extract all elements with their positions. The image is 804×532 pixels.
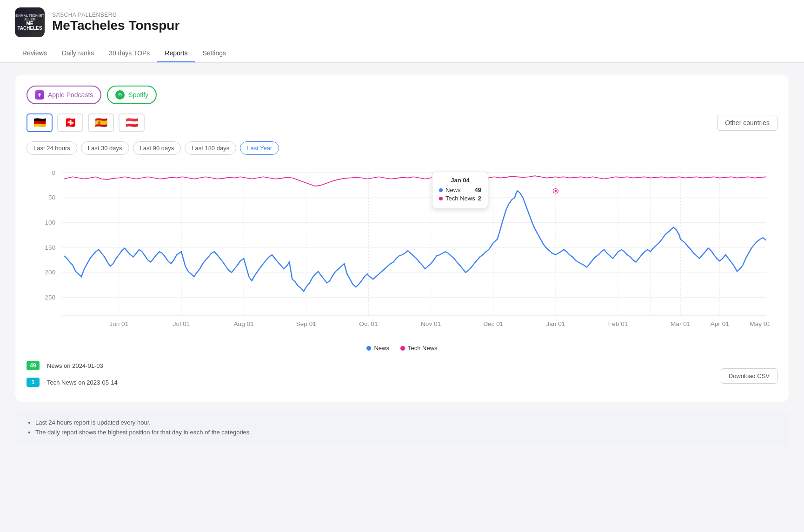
- svg-text:Mar 01: Mar 01: [671, 321, 690, 327]
- legend-news-dot: [366, 346, 371, 351]
- tech-stat-row: 1 Tech News on 2023-05-14: [27, 378, 721, 387]
- news-stat-row: 49 News on 2024-01-03: [27, 361, 721, 370]
- time-90d[interactable]: Last 90 days: [133, 141, 181, 155]
- news-line: [64, 191, 766, 291]
- svg-text:Feb 01: Feb 01: [608, 321, 628, 327]
- nav-daily-ranks[interactable]: Daily ranks: [54, 45, 101, 62]
- apple-podcasts-button[interactable]: Apple Podcasts: [27, 86, 101, 104]
- info-item-2: The daily report shows the highest posit…: [35, 429, 778, 436]
- svg-text:Jul 01: Jul 01: [173, 321, 190, 327]
- podcast-avatar: EINMAL TECH MIT ALLEM METACHELES: [15, 7, 45, 37]
- podcast-titles: SASCHA PALLENBERG MeTacheles Tonspur: [52, 12, 179, 33]
- svg-text:150: 150: [45, 244, 55, 251]
- info-list: Last 24 hours report is updated every ho…: [26, 419, 778, 436]
- svg-text:100: 100: [45, 219, 55, 226]
- chart-container: Jan 04 News 49 Tech News 2: [27, 162, 777, 339]
- avatar-logo: METACHELES: [17, 21, 42, 31]
- svg-point-1: [39, 93, 41, 96]
- nav-settings[interactable]: Settings: [195, 45, 233, 62]
- stats-list: 49 News on 2024-01-03 1 Tech News on 202…: [27, 361, 721, 391]
- svg-text:Dec 01: Dec 01: [483, 321, 503, 327]
- apple-podcasts-label: Apple Podcasts: [48, 91, 93, 99]
- stats-section: 49 News on 2024-01-03 1 Tech News on 202…: [27, 361, 777, 391]
- chart-legend: News Tech News: [27, 345, 777, 352]
- podcast-author: SASCHA PALLENBERG: [52, 12, 179, 18]
- svg-text:Nov 01: Nov 01: [421, 321, 441, 327]
- tech-news-line: [64, 176, 766, 186]
- legend-news-label: News: [374, 345, 389, 352]
- flag-germany[interactable]: 🇩🇪: [27, 113, 53, 132]
- svg-text:May 01: May 01: [750, 321, 771, 327]
- svg-text:Jun 01: Jun 01: [109, 321, 128, 327]
- svg-text:200: 200: [45, 269, 55, 276]
- time-period-buttons: Last 24 hours Last 30 days Last 90 days …: [27, 141, 777, 155]
- time-24h[interactable]: Last 24 hours: [27, 141, 77, 155]
- nav-reports[interactable]: Reports: [157, 45, 195, 62]
- svg-text:Sep 01: Sep 01: [296, 321, 316, 327]
- main-content: Apple Podcasts Spotify 🇩🇪 🇨🇭: [0, 63, 804, 457]
- news-stat-text: News on 2024-01-03: [47, 362, 103, 369]
- svg-text:250: 250: [45, 294, 55, 301]
- news-badge: 49: [27, 361, 40, 370]
- spotify-label: Spotify: [128, 91, 148, 99]
- spotify-icon: [115, 90, 125, 100]
- nav-30-days[interactable]: 30 days TOPs: [101, 45, 157, 62]
- time-180d[interactable]: Last 180 days: [185, 141, 236, 155]
- flag-switzerland[interactable]: 🇨🇭: [57, 113, 83, 132]
- legend-news: News: [366, 345, 389, 352]
- svg-rect-2: [39, 95, 40, 97]
- flag-austria[interactable]: 🇦🇹: [119, 113, 145, 132]
- info-item-1: Last 24 hours report is updated every ho…: [35, 419, 778, 426]
- chart-svg: 0 50 100 150 200 250: [27, 162, 777, 339]
- download-csv-button[interactable]: Download CSV: [721, 368, 777, 384]
- time-last-year[interactable]: Last Year: [240, 141, 279, 155]
- reports-card: Apple Podcasts Spotify 🇩🇪 🇨🇭: [15, 74, 789, 402]
- podcast-info: EINMAL TECH MIT ALLEM METACHELES SASCHA …: [15, 7, 789, 37]
- nav-reviews[interactable]: Reviews: [15, 45, 54, 62]
- flag-spain[interactable]: 🇪🇸: [88, 113, 114, 132]
- svg-text:Aug 01: Aug 01: [233, 321, 253, 327]
- legend-tech-dot: [400, 346, 405, 351]
- svg-text:Jan 01: Jan 01: [546, 321, 565, 327]
- header: EINMAL TECH MIT ALLEM METACHELES SASCHA …: [0, 0, 804, 63]
- apple-podcasts-icon: [35, 90, 44, 100]
- other-countries-button[interactable]: Other countries: [717, 115, 777, 131]
- svg-text:Apr 01: Apr 01: [711, 321, 729, 327]
- country-flags-row: 🇩🇪 🇨🇭 🇪🇸 🇦🇹 Other countries: [27, 113, 777, 132]
- tech-stat-text: Tech News on 2023-05-14: [47, 379, 118, 386]
- svg-text:Oct 01: Oct 01: [359, 321, 378, 327]
- avatar-text: EINMAL TECH MIT ALLEM: [15, 14, 45, 21]
- info-box: Last 24 hours report is updated every ho…: [15, 412, 789, 446]
- svg-text:0: 0: [52, 169, 56, 176]
- svg-text:50: 50: [48, 194, 55, 201]
- tech-badge: 1: [27, 378, 40, 387]
- spotify-button[interactable]: Spotify: [107, 86, 157, 104]
- main-nav: Reviews Daily ranks 30 days TOPs Reports…: [15, 45, 789, 62]
- legend-tech-label: Tech News: [408, 345, 438, 352]
- tooltip-tech-center: [554, 190, 557, 192]
- podcast-name: MeTacheles Tonspur: [52, 18, 179, 33]
- time-30d[interactable]: Last 30 days: [81, 141, 129, 155]
- legend-tech-news: Tech News: [400, 345, 438, 352]
- platform-buttons: Apple Podcasts Spotify: [27, 86, 777, 104]
